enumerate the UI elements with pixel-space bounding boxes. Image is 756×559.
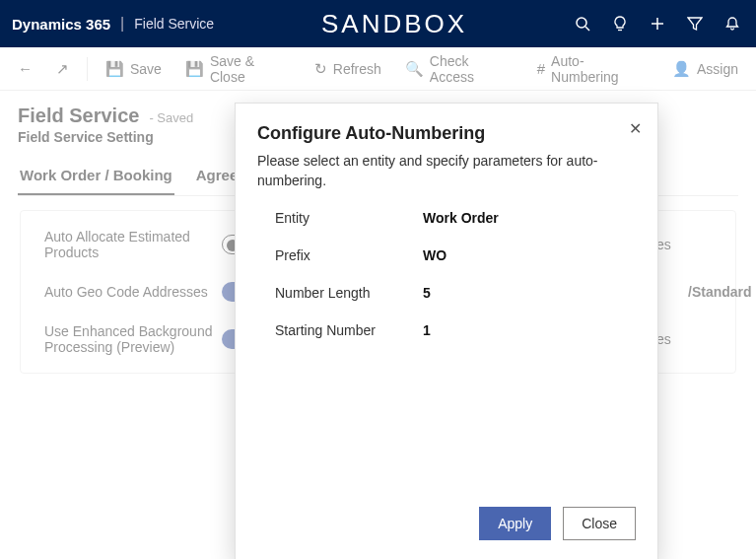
bell-icon[interactable] [724, 16, 740, 32]
svg-point-0 [577, 18, 586, 28]
starting-number-value[interactable]: 1 [423, 322, 636, 338]
brand-separator: | [120, 15, 124, 33]
number-length-value[interactable]: 5 [423, 285, 636, 301]
prefix-label: Prefix [275, 247, 423, 263]
global-nav: Dynamics 365 | Field Service SANDBOX [0, 0, 756, 47]
global-icon-bar [575, 16, 740, 32]
module-name[interactable]: Field Service [134, 16, 214, 32]
auto-numbering-dialog: ✕ Configure Auto-Numbering Please select… [235, 103, 658, 559]
entity-label: Entity [275, 210, 423, 226]
dialog-description: Please select an entity and specify para… [257, 152, 636, 190]
number-length-label: Number Length [275, 285, 423, 301]
dialog-form: Entity Work Order Prefix WO Number Lengt… [257, 210, 636, 338]
filter-icon[interactable] [687, 16, 703, 32]
dialog-title: Configure Auto-Numbering [257, 123, 636, 144]
lightbulb-icon[interactable] [612, 16, 628, 32]
brand[interactable]: Dynamics 365 [12, 16, 110, 33]
environment-badge: SANDBOX [321, 9, 467, 38]
apply-button[interactable]: Apply [479, 507, 551, 540]
entity-value[interactable]: Work Order [423, 210, 636, 226]
close-button[interactable]: Close [563, 507, 636, 540]
search-icon[interactable] [575, 16, 590, 32]
add-icon[interactable] [650, 16, 665, 32]
starting-number-label: Starting Number [275, 322, 423, 338]
svg-line-1 [585, 27, 589, 31]
close-icon[interactable]: ✕ [629, 119, 642, 138]
prefix-value[interactable]: WO [423, 247, 636, 263]
